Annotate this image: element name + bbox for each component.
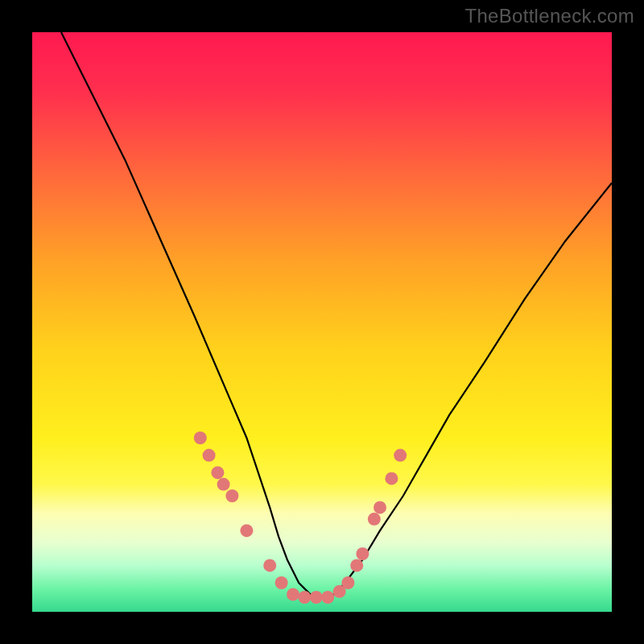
marker-dot: [263, 559, 276, 572]
marker-dot: [211, 466, 224, 479]
chart-frame: TheBottleneck.com: [0, 0, 644, 644]
marker-dot: [356, 547, 369, 560]
marker-dot: [385, 472, 398, 485]
watermark-text: TheBottleneck.com: [464, 5, 634, 27]
marker-dot: [374, 501, 386, 514]
marker-dot: [217, 478, 230, 491]
chart-svg: [32, 32, 612, 612]
marker-dot: [321, 591, 334, 604]
marker-dot: [310, 591, 323, 604]
marker-dot: [298, 591, 311, 604]
marker-dot: [350, 559, 363, 572]
chart-plot-area: [32, 32, 612, 612]
marker-dot: [275, 576, 288, 589]
marker-dot: [225, 489, 238, 502]
marker-dot: [203, 449, 216, 462]
marker-dot: [240, 524, 253, 537]
marker-dot: [368, 513, 381, 526]
marker-dot: [394, 449, 407, 462]
marker-dot: [287, 588, 299, 601]
gradient-background: [32, 32, 612, 612]
marker-dot: [194, 431, 207, 444]
marker-dot: [341, 576, 354, 589]
